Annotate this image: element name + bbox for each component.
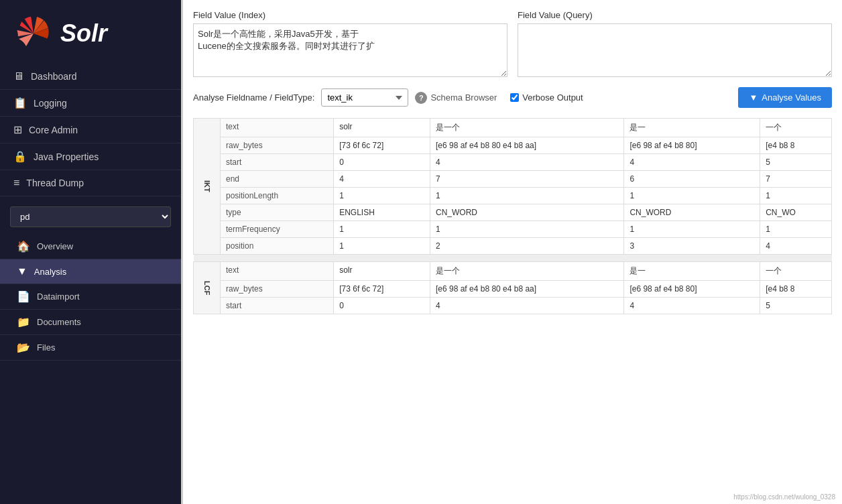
field-value-index-input[interactable]: Solr是一个高性能，采用Java5开发，基于 Lucene的全文搜索服务器。同… [193,23,507,77]
analyse-fieldname-label: Analyse Fieldname / FieldType: [193,92,314,103]
sidebar-item-documents[interactable]: 📁 Documents [0,310,181,335]
core-admin-icon: ⊞ [13,123,22,136]
schema-browser-link[interactable]: ? Schema Browser [415,92,497,104]
sub-nav: 🏠 Overview ▼ Analysis 📄 Dataimport 📁 Doc… [0,234,181,361]
token-cell: 是一 [624,119,760,137]
main-content: Field Value (Index) Solr是一个高性能，采用Java5开发… [181,0,842,504]
token-cell: 7 [760,171,832,188]
token-cell: 一个 [760,119,832,137]
logging-icon: 📋 [13,97,27,109]
sidebar-item-overview[interactable]: 🏠 Overview [0,234,181,259]
field-value-query-input[interactable] [518,23,832,77]
dataimport-icon: 📄 [17,290,30,303]
field-name-cell: text [221,119,334,137]
sidebar-item-label: Core Admin [29,125,78,135]
table-row: raw_bytes [73 6f 6c 72] [e6 98 af e4 b8 … [194,137,832,154]
sidebar-item-thread-dump[interactable]: ≡ Thread Dump [0,170,181,196]
token-cell: 是一 [624,262,760,281]
token-cell: 0 [334,298,430,314]
core-select[interactable]: pd [10,206,171,227]
token-cell: 是一个 [430,119,623,137]
table-row: position 1 2 3 4 [194,238,832,255]
solr-logo-icon [13,13,54,54]
token-cell: 1 [334,188,430,204]
sidebar-item-dataimport[interactable]: 📄 Dataimport [0,284,181,310]
token-cell: [e4 b8 8 [760,137,832,154]
sidebar-item-logging[interactable]: 📋 Logging [0,90,181,117]
analyse-values-button[interactable]: ▼ Analyse Values [738,87,832,108]
sidebar-item-label: Logging [34,98,67,109]
token-cell: 1 [624,188,760,204]
token-cell: ENGLISH [334,204,430,221]
sidebar-item-analysis[interactable]: ▼ Analysis [0,259,181,284]
token-cell: 6 [624,171,760,188]
token-cell: [e6 98 af e4 b8 80 e4 b8 aa] [430,281,623,298]
analyse-btn-label: Analyse Values [762,92,821,103]
token-cell: CN_WORD [624,204,760,221]
field-name-cell: start [221,298,334,314]
verbose-output-label[interactable]: Verbose Output [510,92,583,103]
java-properties-icon: 🔒 [13,150,27,163]
funnel-icon: ▼ [749,92,758,103]
field-value-index-label: Field Value (Index) [193,10,507,20]
help-icon: ? [415,92,427,104]
table-row: start 0 4 4 5 [194,154,832,171]
analyse-select[interactable]: text_ik text string [321,88,408,107]
sidebar-item-dashboard[interactable]: 🖥 Dashboard [0,64,181,90]
field-name-cell: start [221,154,334,171]
sidebar-item-files[interactable]: 📂 Files [0,335,181,361]
token-cell: 4 [624,298,760,314]
token-cell: 1 [334,221,430,238]
schema-browser-label: Schema Browser [430,92,497,103]
sidebar-item-label: Java Properties [34,151,99,162]
token-cell: 2 [430,238,623,255]
token-cell: 是一个 [430,262,623,281]
divider-row [194,255,832,262]
verbose-output-checkbox[interactable] [510,93,519,102]
token-cell: 4 [760,238,832,255]
sidebar-item-label: Thread Dump [26,178,84,188]
token-cell: 1 [334,238,430,255]
field-name-cell: positionLength [221,188,334,204]
token-cell: [e4 b8 8 [760,281,832,298]
core-selector[interactable]: pd [10,206,171,227]
thread-dump-icon: ≡ [13,177,19,189]
token-cell: 0 [334,154,430,171]
table-row: start 0 4 4 5 [194,298,832,314]
sidebar: Solr 🖥 Dashboard 📋 Logging ⊞ Core Admin … [0,0,181,504]
token-cell: 1 [760,188,832,204]
analyse-options-row: Analyse Fieldname / FieldType: text_ik t… [193,87,832,108]
overview-icon: 🏠 [17,240,30,253]
token-cell: 4 [430,154,623,171]
token-cell: 一个 [760,262,832,281]
watermark: https://blog.csdn.net/wulong_0328 [733,493,835,501]
token-cell: 4 [624,154,760,171]
token-cell: CN_WO [760,204,832,221]
field-value-index-group: Field Value (Index) Solr是一个高性能，采用Java5开发… [193,10,507,77]
sub-nav-label: Files [37,342,55,353]
sidebar-item-label: Dashboard [31,71,77,82]
dashboard-icon: 🖥 [13,70,24,82]
token-cell: 1 [430,221,623,238]
token-cell: 5 [760,298,832,314]
token-cell: [e6 98 af e4 b8 80] [624,137,760,154]
table-row: termFrequency 1 1 1 1 [194,221,832,238]
token-cell: 7 [430,171,623,188]
token-cell: [e6 98 af e4 b8 80] [624,281,760,298]
field-name-cell: raw_bytes [221,281,334,298]
token-cell: solr [334,262,430,281]
sub-nav-label: Analysis [34,267,66,277]
field-name-cell: type [221,204,334,221]
sidebar-item-java-properties[interactable]: 🔒 Java Properties [0,143,181,170]
token-cell: 4 [334,171,430,188]
field-name-cell: end [221,171,334,188]
field-name-cell: termFrequency [221,221,334,238]
token-cell: solr [334,119,430,137]
table-row: LCF text solr 是一个 是一 一个 [194,262,832,281]
token-cell: [e6 98 af e4 b8 80 e4 b8 aa] [430,137,623,154]
section-label-lcf: LCF [194,262,221,314]
field-name-cell: position [221,238,334,255]
sidebar-item-core-admin[interactable]: ⊞ Core Admin [0,117,181,143]
logo-area: Solr [0,0,181,64]
sub-nav-label: Dataimport [37,292,80,302]
